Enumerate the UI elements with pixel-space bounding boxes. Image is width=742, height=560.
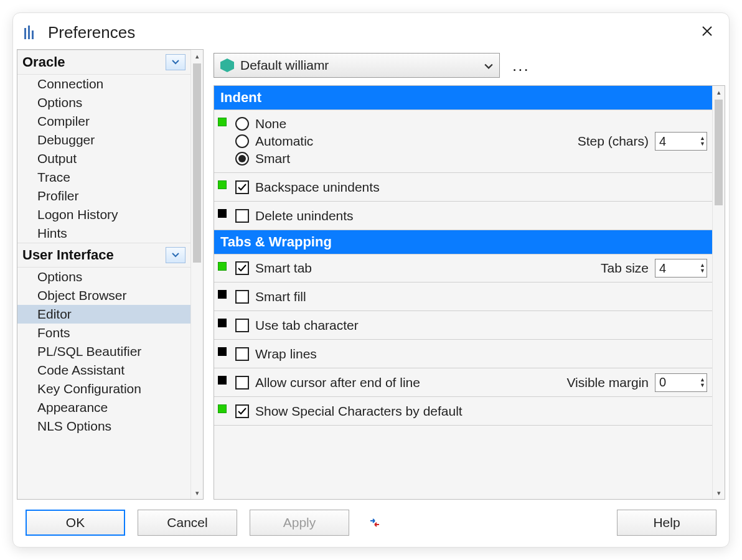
- sidebar-item-editor[interactable]: Editor: [17, 305, 190, 324]
- step-label: Step (chars): [578, 134, 649, 149]
- indent-radio-smart[interactable]: Smart: [235, 151, 578, 166]
- smart-tab-label: Smart tab: [255, 261, 312, 276]
- settings-panel: Indent None Automatic: [214, 86, 712, 499]
- show-special-chars-label: Show Special Characters by default: [255, 404, 463, 419]
- change-marker: [218, 180, 227, 189]
- scroll-thumb[interactable]: [193, 63, 201, 263]
- titlebar: Preferences: [13, 13, 729, 49]
- smart-tab-checkbox[interactable]: [235, 261, 249, 275]
- scroll-thumb[interactable]: [715, 100, 723, 205]
- sidebar-item-object-browser[interactable]: Object Browser: [17, 286, 190, 305]
- change-marker: [218, 262, 227, 271]
- wrap-lines-checkbox[interactable]: [235, 347, 249, 361]
- sidebar-item-trace[interactable]: Trace: [17, 168, 190, 187]
- chevron-down-icon: [484, 58, 493, 73]
- visible-margin-input[interactable]: 0 ▲▼: [655, 373, 707, 392]
- delete-unindents-label: Delete unindents: [255, 208, 354, 223]
- chevron-down-icon[interactable]: [166, 54, 186, 70]
- visible-margin-label: Visible margin: [566, 375, 649, 390]
- sidebar: Oracle Connection Options Compiler Debug…: [17, 49, 204, 500]
- step-input[interactable]: 4 ▲▼: [655, 132, 707, 151]
- swap-icon[interactable]: [368, 516, 382, 530]
- show-special-chars-checkbox[interactable]: [235, 404, 249, 418]
- change-marker: [218, 376, 227, 385]
- sidebar-item-connection[interactable]: Connection: [17, 75, 190, 93]
- change-marker: [218, 319, 227, 327]
- change-marker: [218, 209, 227, 218]
- allow-cursor-eol-label: Allow cursor after end of line: [255, 375, 420, 390]
- use-tab-char-checkbox[interactable]: [235, 319, 249, 332]
- sidebar-item-profiler[interactable]: Profiler: [17, 187, 190, 205]
- help-button[interactable]: Help: [617, 510, 716, 536]
- visible-margin-value: 0: [659, 375, 666, 390]
- smart-fill-checkbox[interactable]: [235, 290, 249, 304]
- step-value: 4: [659, 134, 666, 149]
- delete-unindents-checkbox[interactable]: [235, 209, 249, 223]
- more-options-button[interactable]: ...: [510, 56, 532, 75]
- use-tab-char-label: Use tab character: [255, 318, 359, 333]
- close-icon[interactable]: [698, 22, 716, 43]
- cancel-button[interactable]: Cancel: [138, 510, 237, 536]
- apply-button[interactable]: Apply: [250, 510, 349, 536]
- tab-size-value: 4: [659, 261, 666, 276]
- sidebar-item-ui-options[interactable]: Options: [17, 268, 190, 286]
- wrap-lines-label: Wrap lines: [255, 347, 317, 362]
- tab-size-input[interactable]: 4 ▲▼: [655, 259, 707, 278]
- sidebar-item-hints[interactable]: Hints: [17, 224, 190, 243]
- change-marker: [218, 118, 227, 126]
- category-ui-label: User Interface: [22, 247, 114, 263]
- sidebar-item-fonts[interactable]: Fonts: [17, 324, 190, 342]
- smart-fill-label: Smart fill: [255, 289, 306, 304]
- sidebar-item-code-assistant[interactable]: Code Assistant: [17, 361, 190, 380]
- sidebar-item-appearance[interactable]: Appearance: [17, 398, 190, 417]
- sidebar-item-logon-history[interactable]: Logon History: [17, 205, 190, 224]
- profile-select[interactable]: Default williamr: [214, 53, 500, 78]
- scroll-down-icon[interactable]: ▾: [191, 487, 203, 499]
- tab-size-label: Tab size: [601, 261, 649, 276]
- preferences-window: Preferences Oracle Connection Options Co…: [12, 12, 730, 548]
- scroll-up-icon[interactable]: ▴: [713, 86, 725, 98]
- app-icon: [24, 26, 40, 39]
- radio-icon: [235, 152, 249, 166]
- window-title: Preferences: [48, 23, 135, 42]
- sidebar-scrollbar[interactable]: ▴ ▾: [190, 50, 203, 499]
- profile-select-value: Default williamr: [240, 58, 329, 73]
- section-indent: Indent: [214, 86, 712, 110]
- sidebar-item-nls-options[interactable]: NLS Options: [17, 417, 190, 436]
- category-user-interface[interactable]: User Interface: [17, 243, 190, 268]
- indent-none-label: None: [255, 116, 286, 131]
- spinner-icon[interactable]: ▲▼: [700, 263, 705, 274]
- sidebar-item-compiler[interactable]: Compiler: [17, 112, 190, 131]
- category-oracle[interactable]: Oracle: [17, 50, 190, 75]
- radio-icon: [235, 134, 249, 148]
- scroll-down-icon[interactable]: ▾: [713, 487, 725, 499]
- spinner-icon[interactable]: ▲▼: [700, 136, 705, 147]
- backspace-unindents-label: Backspace unindents: [255, 180, 380, 195]
- change-marker: [218, 404, 227, 413]
- indent-smart-label: Smart: [255, 151, 290, 166]
- ok-button[interactable]: OK: [26, 510, 125, 536]
- backspace-unindents-checkbox[interactable]: [235, 180, 249, 194]
- allow-cursor-eol-checkbox[interactable]: [235, 376, 249, 390]
- indent-automatic-label: Automatic: [255, 134, 313, 149]
- chevron-down-icon[interactable]: [166, 247, 186, 263]
- indent-radio-automatic[interactable]: Automatic: [235, 134, 578, 149]
- sidebar-item-debugger[interactable]: Debugger: [17, 131, 190, 149]
- section-tabs-wrapping: Tabs & Wrapping: [214, 230, 712, 254]
- spinner-icon[interactable]: ▲▼: [700, 377, 705, 388]
- radio-icon: [235, 117, 249, 131]
- sidebar-item-key-configuration[interactable]: Key Configuration: [17, 380, 190, 398]
- category-oracle-label: Oracle: [22, 54, 65, 70]
- settings-scrollbar[interactable]: ▴ ▾: [712, 86, 725, 499]
- change-marker: [218, 347, 227, 356]
- scroll-up-icon[interactable]: ▴: [191, 50, 203, 62]
- sidebar-item-options[interactable]: Options: [17, 93, 190, 112]
- indent-radio-none[interactable]: None: [235, 116, 578, 131]
- footer: OK Cancel Apply Help: [13, 500, 729, 547]
- change-marker: [218, 290, 227, 299]
- cube-icon: [220, 58, 234, 72]
- sidebar-item-plsql-beautifier[interactable]: PL/SQL Beautifier: [17, 342, 190, 361]
- sidebar-item-output[interactable]: Output: [17, 149, 190, 168]
